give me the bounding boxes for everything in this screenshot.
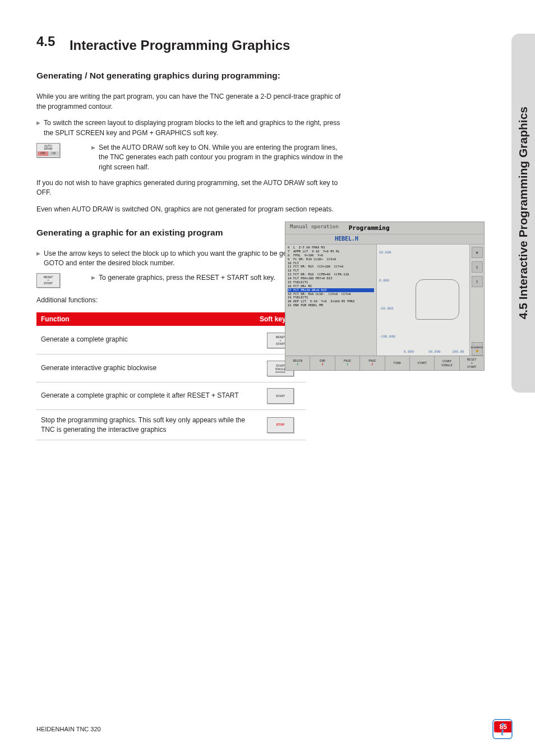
code-pre: 6 L Z-5 90 FMAX M3 7 APPR LCT X-10 Y+0 R…	[288, 246, 349, 288]
auto-draw-softkey[interactable]: AUTO DRAW OFF ON	[36, 143, 60, 158]
sk-cell: START	[255, 382, 306, 409]
table-row: Stop the programming graphics. This soft…	[36, 409, 306, 440]
side-tab-text: 4.5 Interactive Programming Graphics	[516, 107, 530, 319]
table-row: Generate a complete graphicRESET+START	[36, 326, 306, 354]
scr-body: 6 L Z-5 90 FMAX M3 7 APPR LCT X-10 Y+0 R…	[285, 245, 484, 356]
subheading-generating: Generating / Not generating graphics dur…	[36, 70, 348, 82]
step-text: Set the AUTO DRAW soft key to ON. While …	[99, 143, 348, 173]
auto-draw-row: AUTO DRAW OFF ON ▶ Set the AUTO DRAW sof…	[36, 143, 348, 173]
sk-label: START	[417, 361, 427, 365]
arrow-up-icon: ⬆	[296, 362, 299, 367]
y-tick: -50.000	[379, 306, 393, 310]
arrow-down-icon: ⬇	[321, 362, 324, 367]
sk-line: SINGLE	[275, 367, 285, 371]
scr-softkey[interactable]: END⬇	[310, 356, 335, 370]
ricon-t[interactable]: T	[472, 276, 483, 287]
scr-filename: HEBEL.H	[285, 234, 484, 245]
y-tick: 50.000	[379, 250, 391, 254]
auto-draw-repeat-note: Even when AUTO DRAW is switched ON, grap…	[36, 205, 348, 215]
scr-softkey[interactable]: STARTSINGLE	[435, 356, 459, 370]
scr-softkey[interactable]: FIND	[385, 356, 410, 370]
bar-icon	[275, 371, 285, 373]
scr-softkey[interactable]: RESET+START	[460, 356, 484, 370]
stop-label: STOP	[276, 423, 285, 427]
ricon-m[interactable]: M	[472, 247, 483, 258]
intro-paragraph: While you are writing the part program, …	[36, 92, 348, 112]
ricon-diagnose[interactable]: DIAGNOSE	[472, 342, 483, 356]
fn-cell: Stop the programming graphics. This soft…	[36, 409, 255, 440]
scr-tab-programming: Programming	[343, 222, 395, 234]
bullet-icon: ▶	[91, 273, 95, 283]
softkey-button[interactable]: START	[267, 388, 294, 404]
auto-draw-off: OFF	[38, 151, 48, 156]
sk-line: START	[276, 342, 285, 345]
section-title: Interactive Programming Graphics	[70, 37, 322, 54]
page-body: 4.5 Interactive Programming Graphics Gen…	[0, 0, 387, 440]
auto-draw-instruction: ▶ Set the AUTO DRAW soft key to ON. Whil…	[91, 143, 348, 173]
sk-line: START	[44, 282, 53, 285]
contour-shape	[416, 279, 459, 320]
table-row: Generate interactive graphic blockwiseST…	[36, 354, 306, 382]
arrow-up-icon: ⬆	[346, 362, 349, 367]
diag-dot-icon	[476, 350, 478, 352]
side-tab: 4.5 Interactive Programming Graphics	[511, 34, 535, 393]
sk-line: START	[276, 394, 285, 398]
scr-softkey[interactable]: PAGE⬆	[335, 356, 360, 370]
info-icon[interactable]: ı	[492, 719, 513, 739]
sk-label: START	[467, 365, 477, 368]
page-footer: HEIDENHAIN TNC 320 85	[36, 721, 513, 732]
scr-right-icons: M S T DIAGNOSE	[469, 245, 484, 356]
sk-label: FIND	[394, 361, 401, 365]
scr-tab-manual: Manual operation	[285, 222, 343, 234]
scr-softkey[interactable]: START	[410, 356, 435, 370]
section-number: 4.5	[36, 34, 64, 49]
table-row: Generate a complete graphic or complete …	[36, 382, 306, 409]
info-stem: ı	[501, 727, 504, 735]
auto-draw-label2: DRAW	[44, 147, 52, 151]
step-text: To switch the screen layout to displayin…	[44, 118, 348, 138]
x-tick: 100.00	[452, 349, 464, 353]
scr-graphic: 50.000 0.000 -50.000 -100.000 0.000 50.0…	[376, 245, 469, 356]
scr-code: 6 L Z-5 90 FMAX M3 7 APPR LCT X-10 Y+0 R…	[285, 245, 376, 356]
section-heading: 4.5 Interactive Programming Graphics	[36, 34, 348, 54]
step-split-screen: ▶ To switch the screen layout to display…	[36, 118, 348, 138]
bullet-icon: ▶	[36, 118, 40, 138]
y-tick: 0.000	[379, 278, 389, 282]
code-post: 18 FCT DR- R10 CLSD- CCX+0 CCY+0 19 FSEL…	[288, 292, 354, 307]
tnc-screenshot: Manual operation Programming HEBEL.H 6 L…	[285, 222, 485, 371]
ricon-s[interactable]: S	[472, 261, 483, 273]
sk-cell: STOP	[255, 409, 306, 440]
footer-left: HEIDENHAIN TNC 320	[36, 726, 101, 732]
col-function: Function	[36, 312, 255, 326]
y-tick: -100.000	[379, 334, 395, 338]
bullet-icon: ▶	[36, 249, 40, 269]
fn-cell: Generate a complete graphic or complete …	[36, 382, 255, 409]
scr-header: Manual operation Programming	[285, 222, 484, 234]
scr-softkey[interactable]: PAGE⬇	[360, 356, 385, 370]
scr-softkey-row: BEGIN⬆END⬇PAGE⬆PAGE⬇FINDSTARTSTARTSINGLE…	[285, 356, 484, 370]
x-tick: 50.000	[428, 349, 441, 353]
fn-cell: Generate interactive graphic blockwise	[36, 354, 255, 382]
auto-draw-on: ON	[48, 151, 59, 156]
auto-draw-off-note: If you do not wish to have graphics gene…	[36, 178, 348, 198]
fn-cell: Generate a complete graphic	[36, 326, 255, 354]
scr-softkey[interactable]: BEGIN⬆	[285, 356, 310, 370]
softkey-button[interactable]: STOP	[267, 417, 294, 433]
arrow-down-icon: ⬇	[371, 362, 373, 367]
sk-label: SINGLE	[441, 363, 453, 367]
diag-label: DIAGNOSE	[471, 346, 483, 349]
auto-draw-toggle: OFF ON	[38, 151, 59, 156]
x-tick: 0.000	[404, 349, 414, 353]
bullet-icon: ▶	[91, 143, 95, 173]
functions-table: Function Soft key Generate a complete gr…	[36, 312, 306, 441]
reset-start-softkey[interactable]: RESET + START	[36, 273, 60, 288]
code-highlight: 17 FCT PR+30 DR+0 D15	[288, 288, 374, 292]
